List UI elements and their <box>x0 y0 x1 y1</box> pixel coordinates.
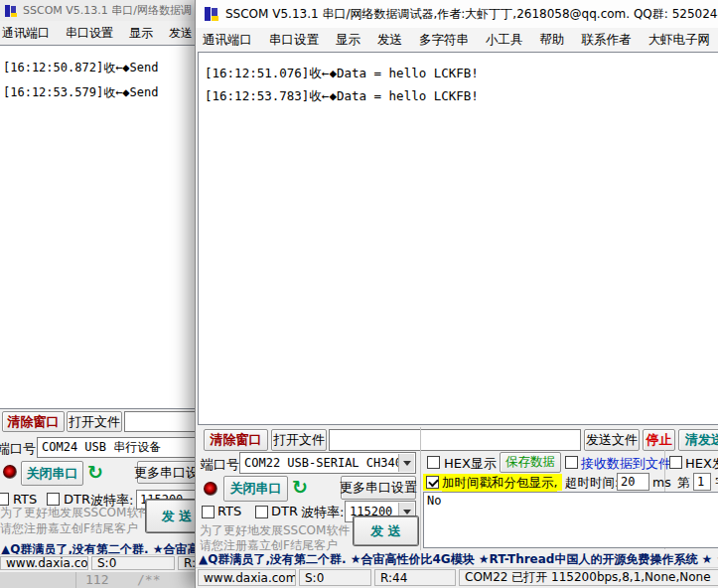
editor-code-text: /** <box>137 572 160 587</box>
right-receive-line: [16:12:53.783]收←◆Data = hello LCKFB! <box>205 84 718 107</box>
status-website[interactable]: www.daxia.com <box>198 569 296 586</box>
left-close-port-button[interactable]: 关闭串口 <box>21 461 83 486</box>
baud-label: 波特率: <box>301 504 344 521</box>
menu-help[interactable]: 帮助 <box>540 32 565 49</box>
menu-multi-string[interactable]: 多字符串 <box>419 32 469 49</box>
send-button[interactable]: 发 送 <box>354 516 418 545</box>
clear-send-area-button[interactable]: 清发送区 <box>678 429 718 451</box>
timestamp-label[interactable]: 加时间戳和分包显示, <box>442 475 557 492</box>
save-data-button[interactable]: 保存数据 <box>500 452 561 473</box>
left-menubar: 通讯端口 串口设置 显示 发送 <box>0 21 196 45</box>
rts-label: RTS <box>217 504 241 518</box>
timeout-input[interactable] <box>617 473 649 491</box>
close-port-button[interactable]: 关闭串口 <box>223 476 288 502</box>
dtr-label: DTR <box>271 504 298 518</box>
left-clear-window-button[interactable]: 清除窗口 <box>2 411 65 432</box>
send-file-button[interactable]: 发送文件 <box>584 429 640 451</box>
port-label: 端口号 <box>201 456 239 474</box>
desktop: 112 /** SSCOM V5.13.1 串口/网络数据调 通讯端口 串口设置… <box>0 0 718 588</box>
port-status-icon <box>204 482 217 496</box>
port-select[interactable]: COM22 USB-SERIAL CH340 <box>239 452 416 474</box>
status-sent-count: S:0 <box>299 569 371 586</box>
left-send-button[interactable]: 发 送 <box>146 500 196 532</box>
open-file-button[interactable]: 打开文件 <box>271 429 327 451</box>
receive-to-file-label[interactable]: 接收数据到文件 <box>581 455 671 473</box>
menu-contact-author[interactable]: 联系作者 <box>582 32 632 49</box>
port-value: COM22 USB-SERIAL CH340 <box>244 456 402 470</box>
right-titlebar[interactable]: SSCOM V5.13.1 串口/网络数据调试器,作者:大虾丁丁,2618058… <box>196 0 718 28</box>
menu-comm-port[interactable]: 通讯端口 <box>203 32 252 49</box>
chevron-down-icon[interactable] <box>398 454 414 472</box>
menu-send[interactable]: 发送 <box>377 32 402 49</box>
left-open-file-button[interactable]: 打开文件 <box>67 411 122 432</box>
background-code-editor: 112 /** <box>0 571 195 588</box>
sscom-window-background: SSCOM V5.13.1 串口/网络数据调 通讯端口 串口设置 显示 发送 [… <box>0 0 196 572</box>
more-serial-settings-button[interactable]: 更多串口设置 <box>341 476 416 500</box>
status-port-info: COM22 已打开 115200bps,8,1,None,None <box>459 569 718 586</box>
byte-prefix-label: 第 <box>677 475 690 492</box>
left-statusbar: www.daxia.com S:0 R:12 <box>0 554 196 572</box>
sscom-window-foreground: SSCOM V5.13.1 串口/网络数据调试器,作者:大虾丁丁,2618058… <box>195 0 718 588</box>
stop-button[interactable]: 停止 <box>643 429 675 451</box>
status-received-count: R:44 <box>374 569 456 586</box>
left-status-website[interactable]: www.daxia.com <box>0 556 88 570</box>
file-path-input[interactable] <box>329 429 581 451</box>
left-menu-send[interactable]: 发送 <box>169 25 193 42</box>
byte-index-input[interactable] <box>693 473 711 491</box>
timeout-label: 超时时间: <box>565 475 619 492</box>
left-file-path-input[interactable] <box>124 411 196 432</box>
sscom-app-icon <box>204 6 219 22</box>
right-statusbar: www.daxia.com S:0 R:44 COM22 已打开 115200b… <box>196 567 718 588</box>
left-status-sent-count: S:0 <box>91 556 175 570</box>
left-titlebar[interactable]: SSCOM V5.13.1 串口/网络数据调 <box>0 0 196 21</box>
left-window-title: SSCOM V5.13.1 串口/网络数据调 <box>23 3 192 18</box>
timeout-unit-label: ms <box>652 475 671 490</box>
menu-tools[interactable]: 小工具 <box>486 32 523 49</box>
left-more-serial-settings-button[interactable]: 更多串口设置 <box>137 461 196 484</box>
left-status-received-count: R:12 <box>178 556 196 570</box>
menu-serial-settings[interactable]: 串口设置 <box>269 32 319 49</box>
left-receive-line: [16:12:50.872]收←◆Send <box>3 56 194 80</box>
menu-daxia-website[interactable]: 大虾电子网 <box>648 32 711 49</box>
refresh-ports-icon[interactable]: ↻ <box>292 478 308 497</box>
left-menu-serial-settings[interactable]: 串口设置 <box>66 25 113 42</box>
right-window-title: SSCOM V5.13.1 串口/网络数据调试器,作者:大虾丁丁,2618058… <box>225 6 718 23</box>
hex-display-checkbox[interactable] <box>427 456 440 469</box>
left-menu-comm-port[interactable]: 通讯端口 <box>2 25 50 42</box>
left-port-select[interactable]: COM24 USB 串行设备 <box>37 437 196 458</box>
hex-send-checkbox[interactable] <box>669 456 682 469</box>
editor-line-number: 112 <box>85 572 108 587</box>
left-menu-display[interactable]: 显示 <box>129 25 153 42</box>
dtr-checkbox[interactable] <box>255 506 268 518</box>
left-port-status-icon <box>3 465 17 479</box>
hex-send-label[interactable]: HEX发送 <box>685 455 718 473</box>
right-menubar: 通讯端口 串口设置 显示 发送 多字符串 小工具 帮助 联系作者 大虾电子网 <box>196 28 718 52</box>
left-promo-line2: 请您注册嘉立创F结尾客户 <box>0 520 138 537</box>
left-receive-area[interactable]: [16:12:50.872]收←◆Send [16:12:53.579]收←◆S… <box>0 45 196 409</box>
promo-banner[interactable]: ▲Q群满员了,没有第二个群. ★合宙高性价比4G模块 ★RT-Thread中国人… <box>199 551 718 568</box>
timestamp-checkbox[interactable] <box>426 476 439 489</box>
editor-gutter-divider <box>75 571 76 588</box>
sscom-app-icon <box>4 4 18 18</box>
left-promo-line1: 为了更好地发展SSCOM软件 <box>0 505 150 521</box>
right-receive-area[interactable]: [16:12:51.076]收←◆Data = hello LCKFB! [16… <box>198 52 718 425</box>
left-receive-line: [16:12:53.579]收←◆Send <box>3 80 194 105</box>
left-port-value: COM24 USB 串行设备 <box>42 439 161 456</box>
panel-divider <box>420 427 421 550</box>
right-receive-line: [16:12:51.076]收←◆Data = hello LCKFB! <box>205 62 718 84</box>
menu-display[interactable]: 显示 <box>336 32 360 49</box>
rts-checkbox[interactable] <box>202 506 215 518</box>
hex-display-label[interactable]: HEX显示 <box>444 455 497 473</box>
receive-to-file-checkbox[interactable] <box>565 456 578 469</box>
left-refresh-ports-icon[interactable]: ↻ <box>87 463 103 482</box>
clear-window-button[interactable]: 清除窗口 <box>204 429 268 451</box>
send-text-area[interactable]: No <box>423 492 718 548</box>
left-port-label: 端口号 <box>0 440 36 458</box>
